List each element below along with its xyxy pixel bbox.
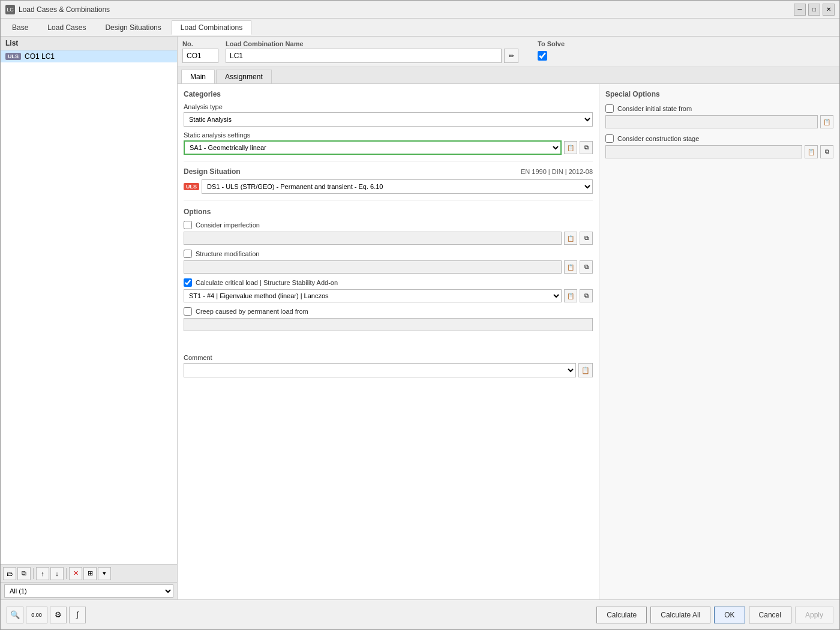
divider-1 bbox=[184, 161, 593, 161]
to-solve-group: To Solve bbox=[538, 40, 565, 61]
options-label: Options bbox=[184, 208, 593, 216]
tab-assignment[interactable]: Assignment bbox=[216, 70, 272, 83]
move-down-button[interactable]: ↓ bbox=[50, 567, 64, 580]
calculate-button[interactable]: Calculate bbox=[596, 607, 647, 623]
analysis-type-label: Analysis type bbox=[184, 103, 593, 110]
special-options-title: Special Options bbox=[605, 90, 833, 98]
add-button[interactable]: 🗁 bbox=[3, 567, 16, 580]
window-title: Load Cases & Combinations bbox=[19, 5, 110, 14]
construction-stage-input[interactable] bbox=[605, 145, 802, 158]
initial-state-input[interactable] bbox=[605, 115, 818, 128]
imperfection-check-row: Consider imperfection bbox=[184, 221, 593, 229]
tab-load-combinations[interactable]: Load Combinations bbox=[172, 20, 251, 35]
main-content: List ULS CO1 LC1 🗁 ⧉ ↑ ↓ ✕ ⊞ ▾ A bbox=[1, 37, 839, 599]
construction-stage-row: Consider construction stage 📋 ⧉ bbox=[605, 134, 833, 158]
categories-label: Categories bbox=[184, 90, 593, 98]
creep-field-row bbox=[184, 318, 593, 331]
arrange-button[interactable]: ⊞ bbox=[83, 567, 97, 580]
comment-select[interactable] bbox=[184, 363, 576, 377]
construction-stage-label: Consider construction stage bbox=[617, 135, 699, 142]
construction-stage-checkbox[interactable] bbox=[605, 134, 614, 143]
move-up-button[interactable]: ↑ bbox=[36, 567, 49, 580]
comment-section: Comment 📋 bbox=[184, 354, 593, 377]
construction-stage-copy-btn[interactable]: ⧉ bbox=[820, 145, 833, 158]
settings-icon-button[interactable]: ⚙ bbox=[50, 607, 67, 623]
static-settings-select[interactable]: SA1 - Geometrically linear bbox=[184, 140, 562, 155]
toolbar-separator-2 bbox=[66, 568, 67, 579]
tab-main[interactable]: Main bbox=[181, 70, 215, 83]
content-area: Categories Analysis type Static Analysis… bbox=[178, 84, 839, 599]
imperfection-field-row: 📋 ⧉ bbox=[184, 232, 593, 245]
imperfection-edit-btn[interactable]: 📋 bbox=[564, 232, 577, 245]
delete-button[interactable]: ✕ bbox=[69, 567, 82, 580]
ds-uls-badge: ULS bbox=[184, 183, 199, 190]
bottom-left: 🔍 0.00 ⚙ ∫ bbox=[7, 607, 86, 623]
maximize-button[interactable]: □ bbox=[808, 4, 820, 16]
design-situation-header: Design Situation EN 1990 | DIN | 2012-08 bbox=[184, 167, 593, 176]
window-controls: ─ □ ✕ bbox=[794, 4, 835, 16]
no-input[interactable] bbox=[182, 49, 218, 63]
integral-icon-button[interactable]: ∫ bbox=[69, 607, 86, 623]
list-item[interactable]: ULS CO1 LC1 bbox=[1, 50, 177, 62]
apply-button[interactable]: Apply bbox=[795, 607, 833, 623]
search-icon-button[interactable]: 🔍 bbox=[7, 607, 23, 623]
minimize-button[interactable]: ─ bbox=[794, 4, 806, 16]
comment-spacer bbox=[184, 336, 593, 348]
list-area[interactable]: ULS CO1 LC1 bbox=[1, 50, 177, 564]
structure-mod-input[interactable] bbox=[184, 260, 562, 274]
creep-row: Creep caused by permanent load from bbox=[184, 307, 593, 331]
imperfection-copy-btn[interactable]: ⧉ bbox=[580, 232, 593, 245]
tab-design-situations[interactable]: Design Situations bbox=[96, 20, 170, 35]
counter-button[interactable]: 0.00 bbox=[26, 607, 47, 623]
critical-load-checkbox[interactable] bbox=[184, 278, 192, 287]
bottom-bar: 🔍 0.00 ⚙ ∫ Calculate Calculate All OK Ca… bbox=[1, 599, 839, 629]
construction-stage-edit-btn[interactable]: 📋 bbox=[805, 145, 818, 158]
close-button[interactable]: ✕ bbox=[823, 4, 835, 16]
tab-base[interactable]: Base bbox=[3, 20, 37, 35]
critical-load-copy-btn[interactable]: ⧉ bbox=[580, 289, 593, 302]
comment-label: Comment bbox=[184, 354, 593, 361]
design-situation-row: ULS DS1 - ULS (STR/GEO) - Permanent and … bbox=[184, 179, 593, 194]
critical-load-check-row: Calculate critical load | Structure Stab… bbox=[184, 278, 593, 287]
creep-check-row: Creep caused by permanent load from bbox=[184, 307, 593, 316]
title-bar-left: LC Load Cases & Combinations bbox=[5, 5, 110, 14]
structure-mod-checkbox[interactable] bbox=[184, 250, 192, 258]
left-panel: List ULS CO1 LC1 🗁 ⧉ ↑ ↓ ✕ ⊞ ▾ A bbox=[1, 37, 178, 599]
imperfection-label: Consider imperfection bbox=[196, 221, 260, 229]
comment-edit-btn[interactable]: 📋 bbox=[578, 363, 593, 377]
design-situation-label: Design Situation bbox=[184, 167, 241, 176]
to-solve-checkbox[interactable] bbox=[538, 51, 547, 61]
filter-select[interactable]: All (1) bbox=[4, 584, 173, 598]
analysis-type-select[interactable]: Static Analysis bbox=[184, 112, 593, 127]
list-filter: All (1) bbox=[1, 582, 177, 599]
imperfection-input[interactable] bbox=[184, 232, 562, 245]
no-label: No. bbox=[182, 40, 218, 47]
initial-state-row: Consider initial state from 📋 bbox=[605, 104, 833, 128]
ok-button[interactable]: OK bbox=[714, 607, 745, 623]
creep-checkbox[interactable] bbox=[184, 307, 192, 316]
structure-mod-copy-btn[interactable]: ⧉ bbox=[580, 260, 593, 274]
structure-mod-label: Structure modification bbox=[196, 250, 259, 257]
divider-2 bbox=[184, 200, 593, 200]
copy-button[interactable]: ⧉ bbox=[17, 567, 31, 580]
name-edit-button[interactable]: ✏ bbox=[504, 49, 518, 63]
critical-load-select[interactable]: ST1 - #4 | Eigenvalue method (linear) | … bbox=[184, 289, 562, 302]
design-situation-select[interactable]: DS1 - ULS (STR/GEO) - Permanent and tran… bbox=[202, 179, 593, 194]
more-button[interactable]: ▾ bbox=[98, 567, 111, 580]
tab-load-cases[interactable]: Load Cases bbox=[38, 20, 95, 35]
cancel-button[interactable]: Cancel bbox=[749, 607, 791, 623]
initial-state-edit-btn[interactable]: 📋 bbox=[820, 115, 833, 128]
calculate-all-button[interactable]: Calculate All bbox=[650, 607, 710, 623]
critical-load-edit-btn[interactable]: 📋 bbox=[564, 289, 577, 302]
title-bar: LC Load Cases & Combinations ─ □ ✕ bbox=[1, 1, 839, 19]
name-input[interactable] bbox=[226, 49, 502, 63]
creep-input[interactable] bbox=[184, 318, 593, 331]
structure-mod-edit-btn[interactable]: 📋 bbox=[564, 260, 577, 274]
initial-state-checkbox[interactable] bbox=[605, 104, 614, 113]
critical-load-select-row: ST1 - #4 | Eigenvalue method (linear) | … bbox=[184, 289, 593, 302]
construction-stage-field-row: 📋 ⧉ bbox=[605, 145, 833, 158]
imperfection-checkbox[interactable] bbox=[184, 221, 192, 229]
static-settings-copy-button[interactable]: ⧉ bbox=[580, 141, 593, 154]
static-settings-edit-button[interactable]: 📋 bbox=[564, 141, 577, 154]
construction-stage-check-row: Consider construction stage bbox=[605, 134, 833, 143]
